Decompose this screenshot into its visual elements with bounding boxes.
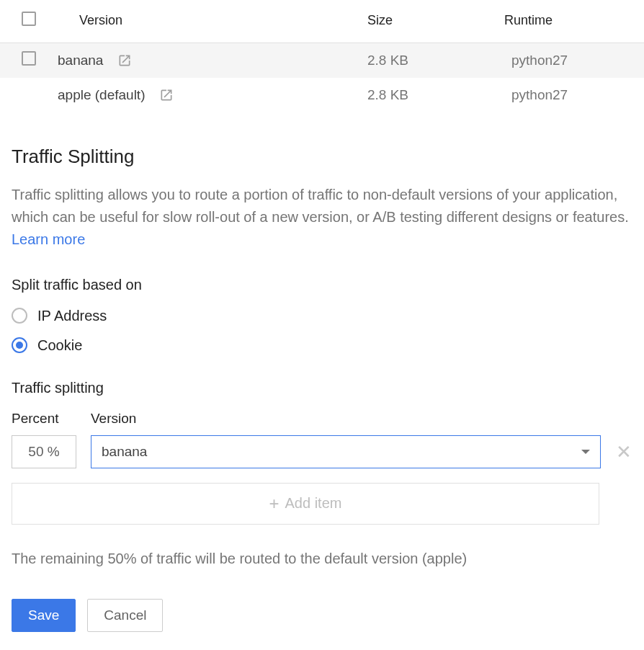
- plus-icon: +: [269, 495, 279, 512]
- remaining-traffic-text: The remaining 50% of traffic will be rou…: [12, 551, 632, 567]
- header-version: Version: [58, 0, 360, 43]
- remove-split-button[interactable]: ✕: [615, 442, 632, 461]
- radio-label: Cookie: [37, 337, 82, 354]
- percent-input[interactable]: [12, 435, 76, 468]
- version-header: Version: [91, 411, 136, 427]
- split-based-on-label: Split traffic based on: [12, 277, 632, 293]
- chevron-down-icon: [581, 450, 590, 454]
- table-row[interactable]: banana 2.8 KB python27: [0, 43, 644, 78]
- header-runtime: Runtime: [504, 0, 644, 43]
- row-checkbox[interactable]: [22, 51, 36, 66]
- external-link-icon[interactable]: [159, 88, 174, 102]
- split-method-radio-group: IP Address Cookie: [12, 308, 632, 354]
- percent-header: Percent: [12, 411, 76, 427]
- radio-icon: [12, 337, 27, 353]
- version-select[interactable]: banana: [91, 435, 601, 468]
- cancel-button[interactable]: Cancel: [87, 599, 163, 632]
- add-item-label: Add item: [285, 495, 342, 512]
- select-all-checkbox[interactable]: [22, 12, 36, 26]
- version-size: 2.8 KB: [360, 78, 504, 112]
- section-description: Traffic splitting allows you to route a …: [12, 184, 632, 251]
- version-runtime: python27: [504, 78, 644, 112]
- external-link-icon[interactable]: [117, 53, 132, 68]
- save-button[interactable]: Save: [12, 599, 76, 632]
- version-name: apple (default): [58, 87, 145, 103]
- radio-cookie[interactable]: Cookie: [12, 337, 632, 354]
- versions-table: Version Size Runtime banana 2.8 KB pytho…: [0, 0, 644, 112]
- row-checkbox[interactable]: [22, 86, 36, 100]
- traffic-splitting-label: Traffic splitting: [12, 380, 632, 396]
- table-row[interactable]: apple (default) 2.8 KB python27: [0, 78, 644, 112]
- version-runtime: python27: [504, 43, 644, 78]
- section-title: Traffic Splitting: [12, 146, 632, 168]
- version-name: banana: [58, 53, 103, 68]
- radio-icon: [12, 308, 27, 324]
- radio-ip-address[interactable]: IP Address: [12, 308, 632, 324]
- add-item-button[interactable]: + Add item: [12, 483, 599, 525]
- version-size: 2.8 KB: [360, 43, 504, 78]
- learn-more-link[interactable]: Learn more: [12, 231, 85, 247]
- header-size: Size: [360, 0, 504, 43]
- radio-label: IP Address: [37, 308, 107, 324]
- selected-version: banana: [102, 444, 147, 460]
